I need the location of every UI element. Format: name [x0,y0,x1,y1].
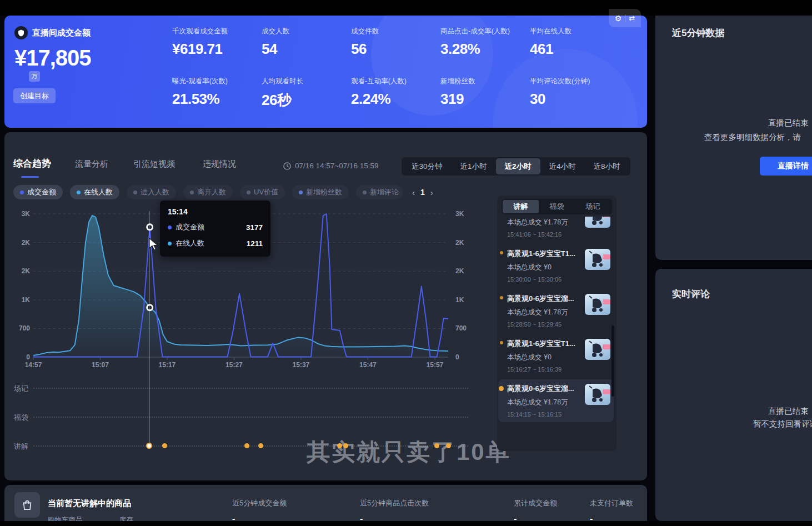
product-list-item[interactable]: 高景观1-6岁宝宝T1... 本场总成交 ¥0 15:16:27 ~ 15:16… [498,334,614,377]
explain-marker-dot[interactable] [343,443,348,448]
goal-unit-badge: 万 [29,71,40,82]
legend-chip-1[interactable]: 成交金额 [13,185,63,199]
panel-tab-3[interactable]: 场记 [575,200,611,213]
realtime-comments-card [655,269,812,521]
product-thumbnail [585,217,610,228]
tab-4[interactable]: 违规情况 [203,159,236,169]
metric-value: 21.53% [172,91,261,108]
shopping-bag-icon [14,492,40,518]
legend-label: 离开人数 [197,187,226,197]
metric-label: 新增粉丝数 [440,77,529,86]
marker-row-line [33,388,468,389]
metric-label: 商品点击-成交率(人数) [440,27,529,36]
product-total-sales: 本场总成交 ¥1.78万 [507,398,582,407]
legend-chip-7[interactable]: 新增评论 [356,185,403,199]
time-filter-2[interactable]: 近1小时 [452,158,496,174]
legend-dot [133,191,137,194]
time-filter-group: 近30分钟近1小时近2小时近4小时近8小时 [402,157,630,176]
tab-2[interactable]: 流量分析 [75,159,108,169]
watermark-text: 其实就只卖了10单 [307,437,511,468]
gear-icon[interactable]: ⚙ [615,14,622,23]
header-metric: 曝光-观看率(次数) 21.53% [172,77,261,108]
series-dot [168,242,172,246]
time-filter-3[interactable]: 近2小时 [496,158,540,174]
metric-label: 平均在线人数 [530,27,619,36]
product-thumbnail [585,249,610,270]
explain-marker-dot[interactable] [258,443,263,448]
legend-row: 成交金额在线人数进入人数离开人数UV价值新增粉丝数新增评论‹1› [13,185,433,199]
metric-label: 成交件数 [351,27,440,36]
metric-value: 26秒 [262,91,350,110]
swap-icon[interactable]: ⇄ [629,14,635,22]
legend-chip-4[interactable]: 离开人数 [183,185,233,199]
legend-chip-2[interactable]: 在线人数 [70,185,119,199]
page-next-icon[interactable]: › [430,188,433,197]
y-axis-label-right: 1K [455,296,464,304]
legend-chip-6[interactable]: 新增粉丝数 [292,185,349,199]
product-list-item[interactable]: 高景观0-6岁宝宝溜... 本场总成交 ¥1.78万 15:28:50 ~ 15… [498,289,614,332]
header-metric: 平均在线人数 461 [530,27,619,58]
panel-tab-1[interactable]: 讲解 [503,200,539,213]
page-number: 1 [420,188,425,197]
date-range-text: 07/16 14:57~07/16 15:59 [295,162,379,170]
y-axis-label: 700 [9,324,30,332]
product-list-item[interactable]: 高景观1-6岁宝宝T1... 本场总成交 ¥0 15:30:00 ~ 15:30… [498,244,614,287]
time-filter-4[interactable]: 近4小时 [540,158,585,174]
metric-value: 56 [351,41,440,58]
metric-label: 观看-互动率(人数) [351,77,440,86]
y-axis-label: 2K [9,239,30,247]
thumbnail-badge [603,217,610,217]
tab-3[interactable]: 引流短视频 [133,159,175,169]
page-prev-icon[interactable]: ‹ [412,188,415,197]
explain-status-dot [499,386,504,391]
time-filter-1[interactable]: 近30分钟 [403,158,452,174]
date-range: 07/16 14:57~07/16 15:59 [283,162,379,170]
marker-row-label-fudai: 福袋 [14,413,28,423]
bottom-metric-label: 近5分钟成交金额 [232,498,287,508]
product-total-sales: 本场总成交 ¥1.78万 [507,218,582,227]
product-total-sales: 本场总成交 ¥0 [507,353,582,362]
y-axis-label: 3K [9,210,30,218]
explain-marker-dot[interactable] [244,443,249,448]
bottom-black-strip [0,521,812,526]
y-axis-label: 1K [9,296,30,304]
explain-marker-dot[interactable] [162,443,167,448]
y-axis-label: 0 [9,353,30,361]
metric-value: 2.24% [351,91,440,108]
explain-marker-dot[interactable] [446,443,451,448]
explain-marker-dot[interactable] [146,443,152,449]
metric-label: 曝光-观看率(次数) [172,77,261,86]
create-goal-button[interactable]: 创建目标 [13,88,56,103]
recent-5min-title: 近5分钟数据 [672,27,724,39]
metric-value: ¥619.71 [172,41,261,58]
bottom-metric: 近5分钟成交金额- [232,498,287,524]
x-axis-label: 14:57 [19,361,47,369]
bottom-metric-label: 近5分钟商品点击次数 [360,498,429,508]
header-metric: 成交件数 56 [351,27,440,58]
header-metric: 人均观看时长 26秒 [262,77,350,110]
explain-marker-dot[interactable] [434,443,439,448]
legend-dot [299,191,303,194]
comments-empty-line1: 直播已结束 [768,406,809,417]
x-axis-label: 15:07 [86,361,114,369]
goal-shield-icon [14,26,28,39]
legend-chip-3[interactable]: 进入人数 [127,185,176,199]
panel-scrollbar[interactable] [611,325,614,397]
product-thumbnail [585,384,610,405]
live-detail-button[interactable]: 直播详情 [760,157,812,176]
explain-marker-dot[interactable] [337,443,342,448]
x-axis-label: 15:37 [287,361,315,369]
tooltip-series-value: 3177 [246,223,263,232]
product-thumbnail [585,339,610,360]
time-filter-5[interactable]: 近8小时 [585,158,629,174]
panel-tab-2[interactable]: 福袋 [539,200,575,213]
recent-empty-line2: 查看更多明细数据分析，请 [704,132,801,143]
tooltip-series-value: 1211 [247,239,263,248]
bottom-metric: 近5分钟商品点击次数- [360,498,429,524]
legend-chip-5[interactable]: UV价值 [240,185,285,199]
product-list-item[interactable]: 高景观0-6岁宝宝溜... 本场总成交 ¥1.78万 15:14:15 ~ 15… [498,379,614,422]
header-metric: 成交人数 54 [262,27,350,58]
header-metric: 平均评论次数(分钟) 30 [530,77,619,108]
product-list-item[interactable]: 本场总成交 ¥1.78万 15:41:06 ~ 15:42:16 [498,217,614,242]
tab-1[interactable]: 综合趋势 [13,157,51,170]
